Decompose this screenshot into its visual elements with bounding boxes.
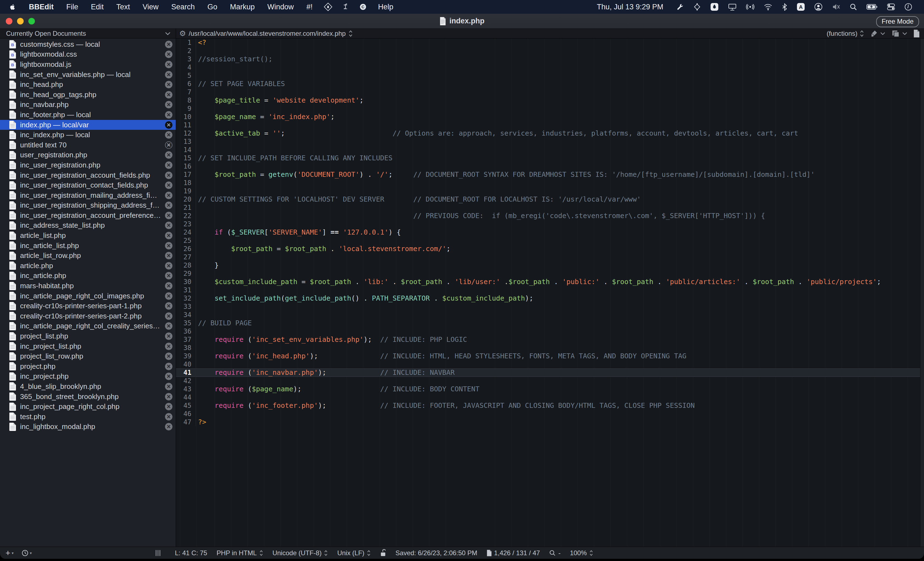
close-file-icon[interactable]: ✕ xyxy=(165,202,172,209)
sidebar-file[interactable]: inc_head.php✕ xyxy=(0,80,176,90)
airplay-icon[interactable] xyxy=(741,3,759,11)
code-editor[interactable]: 1<?23//session_start();456// SET PAGE VA… xyxy=(176,39,924,547)
close-file-icon[interactable]: ✕ xyxy=(165,413,172,420)
sidebar-header-dropdown[interactable]: Currently Open Documents xyxy=(0,28,176,38)
menu-view[interactable]: View xyxy=(136,0,165,14)
close-file-icon[interactable]: ✕ xyxy=(165,272,172,279)
sidebar-file[interactable]: inc_user_registration_contact_fields.php… xyxy=(0,180,176,190)
sidebar-file[interactable]: inc_lightbox_modal.php✕ xyxy=(0,422,176,432)
sidebar-resize-handle[interactable] xyxy=(152,550,164,556)
sidebar-file[interactable]: inc_article.php✕ xyxy=(0,271,176,281)
sidebar-file[interactable]: creality-cr10s-printer-series-part-1.php… xyxy=(0,301,176,311)
menu-edit[interactable]: Edit xyxy=(85,0,110,14)
language-dropdown[interactable]: PHP in HTML xyxy=(216,549,263,557)
sidebar-file[interactable]: inc_project.php✕ xyxy=(0,372,176,382)
sidebar-file[interactable]: test.php✕ xyxy=(0,412,176,422)
lock-toggle[interactable] xyxy=(380,549,386,557)
menu-clock[interactable]: Thu, Jul 13 9:29 PM xyxy=(597,3,672,11)
recent-documents-button[interactable]: ▾ xyxy=(21,549,32,556)
marker-menu-button[interactable] xyxy=(870,30,885,38)
menu-markup[interactable]: Markup xyxy=(224,0,261,14)
sidebar-file[interactable]: 4_blue_slip_brooklyn.php✕ xyxy=(0,381,176,392)
close-file-icon[interactable]: ✕ xyxy=(165,51,172,58)
close-file-icon[interactable]: ✕ xyxy=(165,141,172,149)
sidebar-file[interactable]: lightboxmodal.js✕ xyxy=(0,59,176,70)
sidebar-file[interactable]: mars-habitat.php✕ xyxy=(0,281,176,291)
close-file-icon[interactable]: ✕ xyxy=(165,383,172,390)
keyboard-input-icon[interactable]: A xyxy=(792,3,810,11)
sidebar-file[interactable]: inc_navbar.php✕ xyxy=(0,100,176,110)
sidebar-file[interactable]: inc_article_page_right_col_images.php✕ xyxy=(0,291,176,301)
sidebar-file[interactable]: user_registration.php✕ xyxy=(0,150,176,160)
line-ending-dropdown[interactable]: Unix (LF) xyxy=(337,549,371,557)
close-file-icon[interactable]: ✕ xyxy=(165,212,172,219)
close-file-icon[interactable]: ✕ xyxy=(165,302,172,310)
close-file-icon[interactable]: ✕ xyxy=(165,322,172,330)
close-file-icon[interactable]: ✕ xyxy=(165,111,172,118)
documents-menu-button[interactable] xyxy=(891,30,908,38)
close-file-icon[interactable]: ✕ xyxy=(165,41,172,48)
control-center-icon[interactable] xyxy=(882,3,900,11)
sidebar-file-selected[interactable]: index.php — local/var✕ xyxy=(0,120,176,130)
close-file-icon[interactable]: ✕ xyxy=(165,101,172,108)
free-mode-badge[interactable]: Free Mode xyxy=(876,16,919,27)
close-file-icon[interactable]: ✕ xyxy=(165,192,172,199)
siri-icon[interactable] xyxy=(900,3,917,11)
user-icon[interactable] xyxy=(810,3,827,11)
close-file-icon[interactable]: ✕ xyxy=(165,81,172,88)
sidebar-file[interactable]: lightboxmodal.css✕ xyxy=(0,50,176,60)
zoom-level-dropdown[interactable]: 100% xyxy=(570,549,593,557)
sidebar-file[interactable]: inc_article_list.php✕ xyxy=(0,241,176,251)
clippings-icon[interactable]: C xyxy=(354,3,372,11)
zoom-control[interactable]: - xyxy=(549,549,561,557)
spotlight-icon[interactable] xyxy=(845,3,862,11)
file-path[interactable]: /usr/local/var/www/local.stevenstromer.c… xyxy=(189,30,346,38)
close-file-icon[interactable]: ✕ xyxy=(165,131,172,139)
menu-search[interactable]: Search xyxy=(165,0,201,14)
new-document-button[interactable] xyxy=(914,30,920,38)
sidebar-file[interactable]: inc_head_ogp_tags.php✕ xyxy=(0,90,176,100)
menu--[interactable]: #! xyxy=(300,0,319,14)
close-file-icon[interactable]: ✕ xyxy=(165,363,172,370)
display-icon[interactable] xyxy=(723,3,741,11)
close-file-icon[interactable]: ✕ xyxy=(165,373,172,380)
sidebar-file[interactable]: 365_bond_street_brooklyn.php✕ xyxy=(0,392,176,402)
bbedit-scripts-icon[interactable] xyxy=(319,3,337,11)
close-file-icon[interactable]: ✕ xyxy=(165,91,172,99)
wifi-icon[interactable] xyxy=(759,3,777,10)
close-file-icon[interactable]: ✕ xyxy=(165,252,172,260)
sidebar-file[interactable]: inc_set_env_variables.php — local✕ xyxy=(0,70,176,80)
apple-menu[interactable] xyxy=(7,3,22,11)
sidebar-file[interactable]: inc_index.php — local✕ xyxy=(0,130,176,140)
text-factory-icon[interactable] xyxy=(337,3,354,11)
close-file-icon[interactable]: ✕ xyxy=(165,282,172,290)
menu-window[interactable]: Window xyxy=(261,0,300,14)
sidebar-file[interactable]: inc_project_page_right_col.php✕ xyxy=(0,402,176,412)
close-file-icon[interactable]: ✕ xyxy=(165,292,172,300)
close-file-icon[interactable]: ✕ xyxy=(165,151,172,159)
functions-dropdown[interactable]: (functions) xyxy=(826,30,864,38)
encoding-dropdown[interactable]: Unicode (UTF-8) xyxy=(273,549,328,557)
sidebar-file[interactable]: customstyles.css — local✕ xyxy=(0,39,176,50)
sidebar-file[interactable]: inc_user_registration_account_preference… xyxy=(0,210,176,220)
minimize-window-button[interactable] xyxy=(17,18,24,24)
close-file-icon[interactable]: ✕ xyxy=(165,161,172,169)
sidebar-file[interactable]: project_list_row.php✕ xyxy=(0,351,176,362)
close-file-icon[interactable]: ✕ xyxy=(165,121,172,129)
sidebar-file[interactable]: article.php✕ xyxy=(0,261,176,271)
close-file-icon[interactable]: ✕ xyxy=(165,333,172,340)
close-file-icon[interactable]: ✕ xyxy=(165,262,172,270)
bluetooth-icon[interactable] xyxy=(777,3,792,11)
close-file-icon[interactable]: ✕ xyxy=(165,352,172,360)
close-file-icon[interactable]: ✕ xyxy=(165,393,172,400)
menu-file[interactable]: File xyxy=(60,0,85,14)
sidebar-file[interactable]: inc_user_registration_account_fields.php… xyxy=(0,170,176,180)
menu-go[interactable]: Go xyxy=(201,0,224,14)
sidebar-file[interactable]: creality-cr10s-printer-series-part-2.php… xyxy=(0,311,176,321)
sidebar-file[interactable]: inc_user_registration_shipping_address_f… xyxy=(0,201,176,211)
sidebar-file[interactable]: article_list_row.php✕ xyxy=(0,250,176,261)
battery-icon[interactable] xyxy=(862,4,882,10)
close-file-icon[interactable]: ✕ xyxy=(165,182,172,189)
bbedit-app-icon[interactable] xyxy=(706,3,723,11)
sidebar-file[interactable]: inc_user_registration_mailing_address_fi… xyxy=(0,190,176,201)
